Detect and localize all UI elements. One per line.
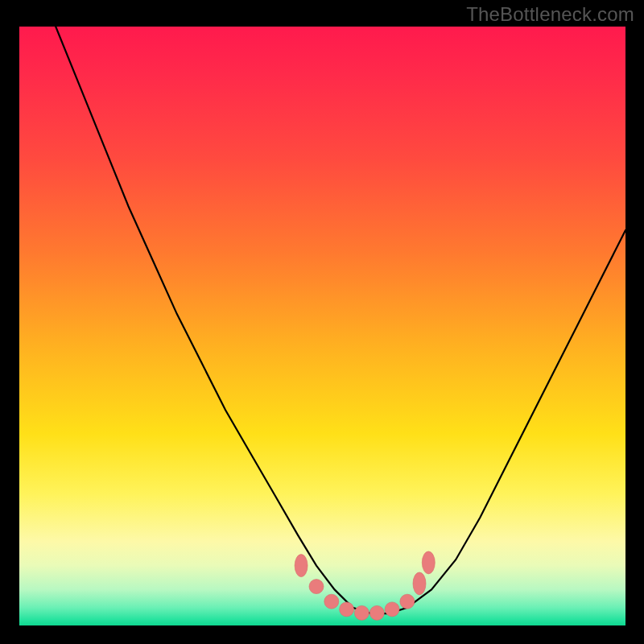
- curve-marker: [309, 580, 324, 594]
- curve-marker: [385, 602, 399, 617]
- curve-marker: [422, 551, 435, 574]
- curve-marker: [295, 555, 308, 577]
- curve-markers: [295, 551, 435, 621]
- plot-area: [19, 27, 625, 625]
- curve-marker: [413, 572, 426, 595]
- curve-marker: [354, 605, 369, 620]
- watermark-text: TheBottleneck.com: [466, 3, 634, 26]
- bottleneck-curve: [56, 27, 625, 613]
- curve-marker: [340, 602, 354, 617]
- chart-svg: [19, 27, 625, 625]
- curve-marker: [400, 594, 415, 609]
- curve-marker: [369, 605, 384, 620]
- curve-marker: [324, 594, 339, 609]
- chart-frame: TheBottleneck.com: [0, 0, 644, 644]
